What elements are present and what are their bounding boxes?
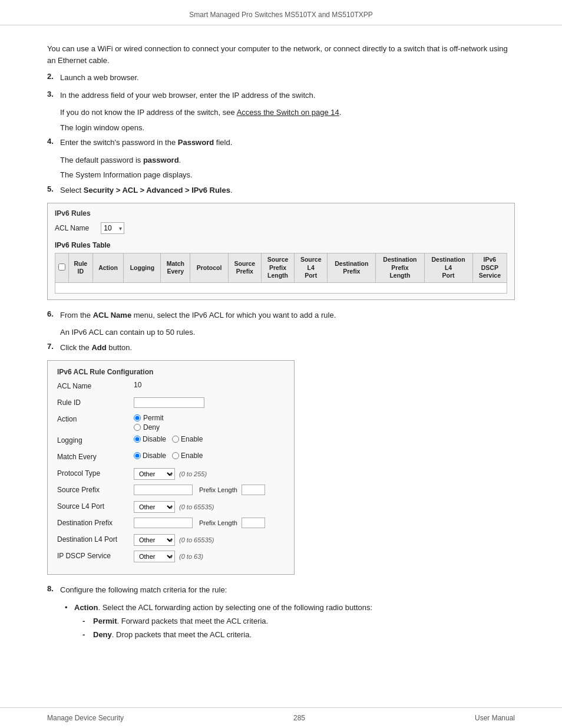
step-7-num: 7. (47, 342, 60, 354)
dscp-select-wrapper[interactable]: Other (134, 551, 175, 562)
th-action: Action (92, 253, 124, 283)
deny-bold: Deny (93, 630, 112, 639)
header-title: Smart Managed Pro Switches MS510TX and M… (189, 11, 372, 19)
config-source-prefix-value: Prefix Length (134, 485, 285, 495)
step-6: 6. From the ACL Name menu, select the IP… (47, 309, 515, 321)
config-source-prefix-label: Source Prefix (57, 485, 134, 494)
rule-id-input[interactable] (134, 397, 204, 408)
source-prefix-length-input[interactable] (242, 485, 265, 495)
page-content: You can use a WiFi or wired connection t… (0, 25, 562, 668)
dash-deny: - (82, 629, 93, 641)
page-footer: Manage Device Security 285 User Manual (0, 707, 562, 728)
th-destination-l4-port: DestinationL4Port (424, 253, 472, 283)
dest-l4-select[interactable]: Other (134, 534, 175, 546)
acl-name-select[interactable]: 10 (101, 222, 124, 234)
th-ipv6-dscp: IPv6DSCPService (472, 253, 507, 283)
source-prefix-input[interactable] (134, 485, 193, 495)
logging-enable-radio[interactable] (172, 436, 179, 443)
config-rule-id-row: Rule ID (57, 397, 285, 410)
match-every-enable-radio[interactable] (172, 452, 179, 459)
config-dest-l4-value: Other (0 to 65535) (134, 534, 285, 546)
config-box: IPv6 ACL Rule Configuration ACL Name 10 … (47, 360, 295, 575)
dest-l4-hint: (0 to 65535) (179, 536, 214, 543)
th-destination-prefix: DestinationPrefix (328, 253, 376, 283)
acl-name-label: ACL Name (55, 224, 89, 232)
match-every-disable-label: Disable (143, 452, 166, 460)
ipv6-rules-table-title: IPv6 Rules Table (55, 241, 507, 249)
dscp-select[interactable]: Other (134, 551, 175, 562)
acl-name-bold: ACL Name (93, 311, 132, 319)
config-acl-name-value: 10 (134, 381, 285, 389)
config-source-l4-row: Source L4 Port Other (0 to 65535) (57, 501, 285, 514)
th-checkbox (55, 253, 69, 283)
config-dest-l4-label: Destination L4 Port (57, 534, 134, 543)
source-prefix-length-label: Prefix Length (199, 486, 237, 493)
sub-bullets-action: - Permit. Forward packets that meet the … (82, 615, 515, 640)
th-destination-prefix-length: DestinationPrefixLength (376, 253, 424, 283)
add-button-label: Add (91, 343, 106, 352)
config-logging-row: Logging Disable Enable (57, 435, 285, 448)
config-acl-name-text: 10 (134, 381, 141, 389)
match-every-enable-item: Enable (172, 452, 203, 460)
logging-enable-item: Enable (172, 435, 203, 443)
config-match-every-row: Match Every Disable Enable (57, 452, 285, 465)
source-l4-select-wrapper[interactable]: Other (134, 501, 175, 513)
th-match-every: MatchEvery (161, 253, 190, 283)
dest-l4-select-wrapper[interactable]: Other (134, 534, 175, 546)
config-match-every-value: Disable Enable (134, 452, 285, 460)
config-acl-name-row: ACL Name 10 (57, 381, 285, 394)
protocol-hint: (0 to 255) (179, 470, 207, 477)
step-2: 2. Launch a web browser. (47, 72, 515, 84)
config-action-label: Action (57, 414, 134, 423)
config-box-title: IPv6 ACL Rule Configuration (57, 368, 285, 376)
step-7: 7. Click the Add button. (47, 342, 515, 354)
config-action-row: Action Permit Deny (57, 414, 285, 431)
th-source-prefix-length: SourcePrefixLength (261, 253, 294, 283)
action-deny-item: Deny (134, 423, 164, 431)
action-deny-radio[interactable] (134, 424, 141, 431)
action-permit-radio[interactable] (134, 414, 141, 421)
access-switch-link[interactable]: Access the Switch on page 14 (237, 108, 339, 117)
ipv6-rules-title: IPv6 Rules (55, 209, 507, 218)
step-4-sub1: The default password is password. (60, 154, 515, 166)
default-password: password (143, 156, 179, 164)
protocol-select[interactable]: Other (134, 468, 175, 480)
step-2-num: 2. (47, 72, 60, 84)
protocol-select-wrapper[interactable]: Other (134, 468, 175, 480)
step-8-text: Configure the following match criteria f… (60, 584, 515, 596)
config-rule-id-value[interactable] (134, 397, 285, 408)
match-every-enable-label: Enable (181, 452, 203, 460)
step-4-text: Enter the switch's password in the Passw… (60, 137, 515, 149)
step-3-num: 3. (47, 90, 60, 101)
sub-bullet-deny: - Deny. Drop packets that meet the ACL c… (82, 629, 515, 641)
step-5-text: Select Security > ACL > Advanced > IPv6 … (60, 185, 515, 196)
select-all-checkbox[interactable] (58, 263, 65, 271)
step-4-sub2: The System Information page displays. (60, 169, 515, 181)
config-protocol-row: Protocol Type Other (0 to 255) (57, 468, 285, 481)
password-label: Password (178, 138, 214, 147)
logging-enable-label: Enable (181, 435, 203, 443)
config-logging-value: Disable Enable (134, 435, 285, 443)
acl-name-select-wrapper[interactable]: 10 (101, 222, 124, 234)
step-5-path: Security > ACL > Advanced > IPv6 Rules (84, 186, 230, 195)
sub-bullet-deny-text: Deny. Drop packets that meet the ACL cri… (93, 629, 252, 641)
config-protocol-value: Other (0 to 255) (134, 468, 285, 480)
config-dest-prefix-row: Destination Prefix Prefix Length (57, 518, 285, 531)
table-empty-row (55, 282, 507, 293)
dest-prefix-input[interactable] (134, 518, 193, 528)
source-l4-hint: (0 to 65535) (179, 503, 214, 510)
step-3-sub2: The login window opens. (60, 122, 515, 134)
config-logging-label: Logging (57, 435, 134, 444)
step-3: 3. In the address field of your web brow… (47, 90, 515, 101)
dest-prefix-length-input[interactable] (242, 518, 265, 528)
source-l4-select[interactable]: Other (134, 501, 175, 513)
step-5-num: 5. (47, 185, 60, 196)
ipv6-rules-box: IPv6 Rules ACL Name 10 IPv6 Rules Table … (47, 203, 515, 300)
match-every-disable-item: Disable (134, 452, 166, 460)
logging-disable-radio[interactable] (134, 436, 141, 443)
config-dest-prefix-label: Destination Prefix (57, 518, 134, 527)
action-bold: Action (74, 603, 98, 612)
permit-bold: Permit (93, 617, 117, 625)
action-permit-label: Permit (143, 414, 164, 422)
match-every-disable-radio[interactable] (134, 452, 141, 459)
